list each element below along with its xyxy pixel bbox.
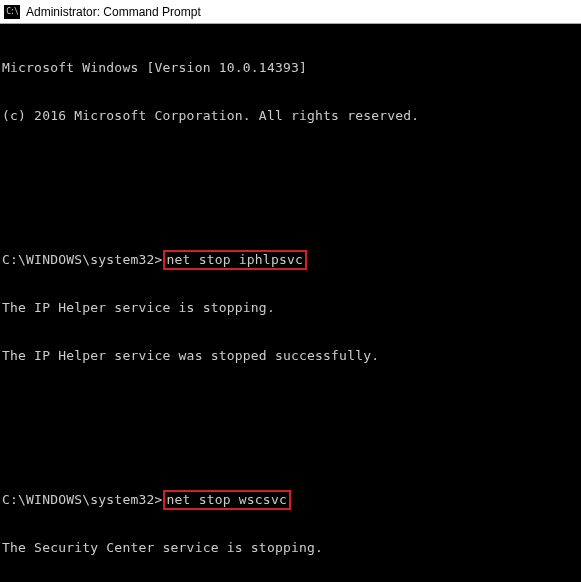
- blank-line: [2, 156, 579, 172]
- banner-line: Microsoft Windows [Version 10.0.14393]: [2, 60, 579, 76]
- command-group: C:\WINDOWS\system32>net stop iphlpsvc Th…: [2, 220, 579, 396]
- output-line: The IP Helper service was stopped succes…: [2, 348, 579, 364]
- prompt: C:\WINDOWS\system32>: [2, 492, 163, 507]
- window-titlebar[interactable]: C:\ Administrator: Command Prompt: [0, 0, 581, 24]
- output-line: The IP Helper service is stopping.: [2, 300, 579, 316]
- command-line: C:\WINDOWS\system32>net stop wscsvc: [2, 492, 579, 508]
- command-group: C:\WINDOWS\system32>net stop wscsvc The …: [2, 460, 579, 582]
- command-line: C:\WINDOWS\system32>net stop iphlpsvc: [2, 252, 579, 268]
- prompt: C:\WINDOWS\system32>: [2, 252, 163, 267]
- cmd-icon: C:\: [4, 5, 20, 19]
- terminal-output[interactable]: Microsoft Windows [Version 10.0.14393] (…: [0, 24, 581, 582]
- output-line: The Security Center service is stopping.: [2, 540, 579, 556]
- window-title: Administrator: Command Prompt: [26, 5, 201, 19]
- highlighted-command: net stop iphlpsvc: [163, 250, 307, 270]
- highlighted-command: net stop wscsvc: [163, 490, 291, 510]
- banner-line: (c) 2016 Microsoft Corporation. All righ…: [2, 108, 579, 124]
